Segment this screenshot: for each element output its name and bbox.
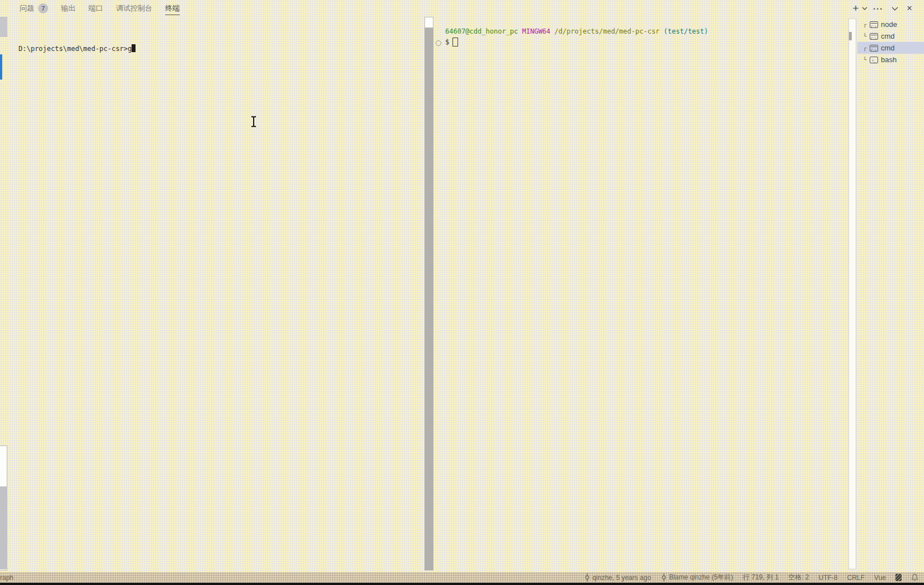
bash-prompt-line: 64607@cdd_honor_pc MINGW64 /d/projects/m… (445, 27, 708, 35)
ibeam-mouse-pointer (249, 115, 258, 131)
command-decoration-icon[interactable] (436, 40, 441, 46)
terminal-list: ┌ C:\ node └ C:\ cmd ┌ C:\ cmd └ >_ bash (857, 18, 924, 66)
status-bar: raph qinzhe, 5 years ago Blame qinzhe (5… (0, 572, 924, 583)
statusbar-encoding[interactable]: UTF-8 (819, 574, 838, 582)
bash-terminal-icon: >_ (870, 57, 878, 63)
edge-scrollbar-fragment (0, 17, 7, 37)
terminal-list-item-label: cmd (881, 32, 895, 40)
terminal-list-item[interactable]: └ C:\ cmd (857, 30, 924, 42)
terminal-cursor-unfocused (452, 38, 458, 47)
more-actions-icon[interactable]: ··· (872, 2, 884, 15)
terminal-list-item[interactable]: ┌ C:\ node (857, 18, 924, 30)
right-terminal-scrollbar-track[interactable] (848, 18, 856, 569)
right-terminal-scrollbar-thumb[interactable] (849, 32, 852, 40)
statusbar-indentation[interactable]: 空格: 2 (788, 573, 809, 582)
close-panel-icon[interactable]: × (905, 2, 914, 15)
terminal-cursor (132, 44, 136, 52)
bottom-border (0, 583, 924, 585)
bash-input-line: $ (445, 38, 458, 47)
left-terminal-scrollbar-thumb[interactable] (424, 28, 433, 570)
tree-branch-glyph: └ (863, 33, 868, 39)
tab-problems[interactable]: 问题 7 (20, 1, 48, 16)
terminal-pane-left[interactable]: D:\projects\med\med-pc-csr>g (0, 17, 424, 570)
statusbar-language[interactable]: Vue (874, 574, 886, 582)
cmd-prompt-line: D:\projects\med\med-pc-csr>g (18, 44, 136, 53)
prompt-path: /d/projects/med/med-pc-csr (554, 27, 660, 35)
terminal-profile-chevron-icon[interactable] (861, 2, 869, 15)
terminal-list-item-label: bash (881, 55, 897, 64)
cmd-terminal-icon: C:\ (870, 21, 878, 28)
prompt-symbol: $ (445, 38, 449, 46)
prompt-branch: (test/test) (664, 27, 708, 35)
panel-actions: + ··· × (851, 2, 914, 15)
panel-tabbar: 问题 7 输出 端口 调试控制台 终端 (20, 0, 180, 17)
formatter-status-icon[interactable] (895, 574, 902, 581)
notifications-bell-icon[interactable] (911, 573, 918, 582)
terminal-pane-right[interactable]: 64607@cdd_honor_pc MINGW64 /d/projects/m… (434, 17, 848, 570)
edge-blue-marker (0, 54, 2, 80)
statusbar-cursor-position[interactable]: 行 719, 列 1 (743, 573, 778, 582)
tab-problems-label: 问题 (20, 3, 34, 13)
tab-output[interactable]: 输出 (61, 1, 76, 16)
statusbar-blame[interactable]: Blame qinzhe (5年前) (661, 573, 734, 582)
git-commit-icon (661, 573, 667, 582)
vscode-panel: 问题 7 输出 端口 调试控制台 终端 + ··· × D:\projects\… (0, 0, 924, 585)
terminal-list-item[interactable]: └ >_ bash (857, 54, 924, 66)
tab-debug-console[interactable]: 调试控制台 (116, 1, 152, 16)
problems-count-badge: 7 (38, 3, 48, 13)
prompt-user-host: 64607@cdd_honor_pc (445, 27, 518, 35)
terminal-list-item-label: node (881, 20, 897, 29)
git-commit-icon (584, 573, 590, 582)
minimize-panel-icon[interactable] (890, 2, 899, 15)
tab-ports[interactable]: 端口 (88, 1, 103, 16)
statusbar-eol[interactable]: CRLF (847, 574, 865, 582)
cmd-terminal-icon: C:\ (870, 45, 878, 52)
tree-branch-glyph: ┌ (863, 45, 868, 51)
statusbar-commit-info[interactable]: qinzhe, 5 years ago (584, 573, 651, 582)
new-terminal-icon[interactable]: + (851, 2, 861, 15)
edge-scrollbar-thumb[interactable] (0, 486, 7, 569)
tab-terminal[interactable]: 终端 (165, 1, 180, 16)
cmd-terminal-icon: C:\ (870, 33, 878, 40)
tree-branch-glyph: └ (863, 57, 868, 63)
terminal-list-item[interactable]: ┌ C:\ cmd (857, 42, 924, 54)
terminal-list-item-label: cmd (881, 44, 895, 52)
statusbar-git-graph-partial[interactable]: raph (0, 574, 13, 582)
tree-branch-glyph: ┌ (863, 21, 868, 27)
left-terminal-scrollbar-track[interactable] (424, 17, 433, 28)
prompt-env: MINGW64 (522, 27, 550, 35)
